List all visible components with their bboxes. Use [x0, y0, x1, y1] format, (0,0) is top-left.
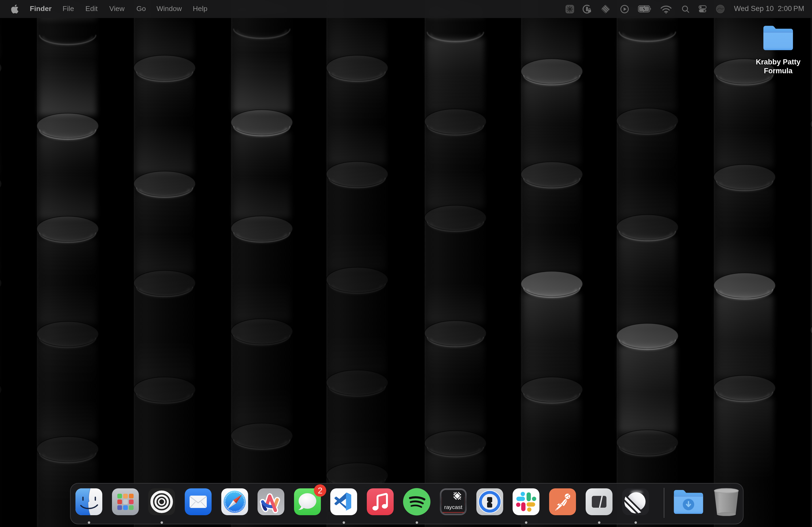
- svg-text:raycast: raycast: [444, 504, 462, 510]
